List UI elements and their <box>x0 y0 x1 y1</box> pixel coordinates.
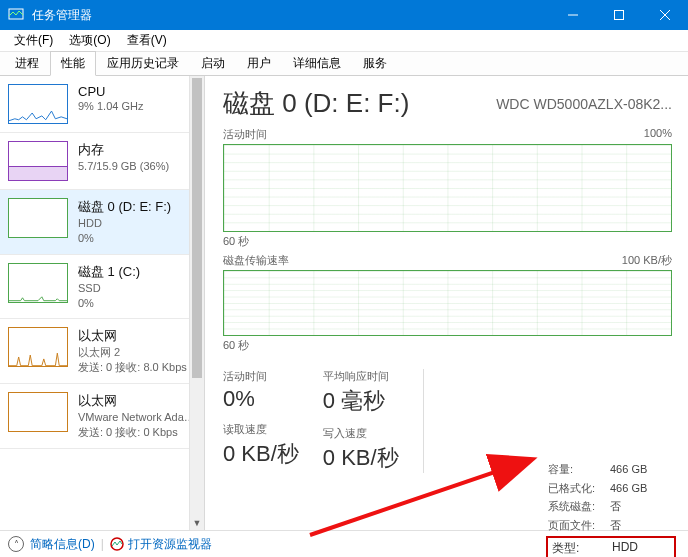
info-formatted-v: 466 GB <box>610 479 672 498</box>
detail-pane: 磁盘 0 (D: E: F:) WDC WD5000AZLX-08K2... 活… <box>205 76 688 530</box>
maximize-button[interactable] <box>596 0 642 30</box>
sidebar-eth1-title: 以太网 <box>78 392 198 410</box>
app-icon <box>8 7 24 23</box>
sidebar-scrollbar[interactable]: ▲ ▼ <box>189 76 204 530</box>
transfer-rate-chart <box>223 270 672 336</box>
sidebar-cpu-title: CPU <box>78 84 198 99</box>
chart2-axis-left: 60 秒 <box>223 338 672 353</box>
tab-users[interactable]: 用户 <box>236 51 282 76</box>
scroll-thumb[interactable] <box>192 78 202 378</box>
chart1-max: 100% <box>644 127 672 142</box>
info-formatted-k: 已格式化: <box>548 479 610 498</box>
stats-row: 活动时间 0% 读取速度 0 KB/秒 平均响应时间 0 毫秒 写入速度 0 K… <box>223 369 672 473</box>
brief-info-link[interactable]: 简略信息(D) <box>30 536 95 553</box>
monitor-icon <box>110 537 124 551</box>
sidebar-item-disk0[interactable]: 磁盘 0 (D: E: F:) HDD 0% <box>0 190 204 255</box>
stat-active-label: 活动时间 <box>223 369 299 384</box>
svg-rect-2 <box>615 11 624 20</box>
tab-startup[interactable]: 启动 <box>190 51 236 76</box>
sidebar-eth1-sub2: 发送: 0 接收: 0 Kbps <box>78 425 198 440</box>
sidebar-eth1-sub1: VMware Network Adapter <box>78 410 198 425</box>
tab-app-history[interactable]: 应用历史记录 <box>96 51 190 76</box>
sidebar-item-ethernet1[interactable]: 以太网 VMware Network Adapter 发送: 0 接收: 0 K… <box>0 384 204 449</box>
sidebar-item-cpu[interactable]: CPU 9% 1.04 GHz <box>0 76 204 133</box>
minimize-button[interactable] <box>550 0 596 30</box>
info-system-v: 否 <box>610 497 672 516</box>
info-capacity-v: 466 GB <box>610 460 672 479</box>
window-title: 任务管理器 <box>32 7 550 24</box>
chart2-label: 磁盘传输速率 <box>223 253 289 268</box>
stat-active-value: 0% <box>223 386 299 412</box>
sidebar-item-memory[interactable]: 内存 5.7/15.9 GB (36%) <box>0 133 204 190</box>
stat-write-value: 0 KB/秒 <box>323 443 399 473</box>
info-type-k: 类型: <box>552 540 612 557</box>
stat-resp-value: 0 毫秒 <box>323 386 399 416</box>
sidebar-item-ethernet0[interactable]: 以太网 以太网 2 发送: 0 接收: 8.0 Kbps <box>0 319 204 384</box>
sidebar-eth0-title: 以太网 <box>78 327 198 345</box>
chart1-label: 活动时间 <box>223 127 267 142</box>
scroll-down-icon[interactable]: ▼ <box>190 515 204 530</box>
sidebar-disk1-sub1: SSD <box>78 281 198 296</box>
info-pagefile-k: 页面文件: <box>548 516 610 535</box>
sidebar-eth0-sub2: 发送: 0 接收: 8.0 Kbps <box>78 360 198 375</box>
stat-read-label: 读取速度 <box>223 422 299 437</box>
stat-write-label: 写入速度 <box>323 426 399 441</box>
svg-point-5 <box>111 538 123 550</box>
menu-file[interactable]: 文件(F) <box>6 30 61 51</box>
performance-sidebar: CPU 9% 1.04 GHz 内存 5.7/15.9 GB (36%) 磁盘 … <box>0 76 205 530</box>
tab-services[interactable]: 服务 <box>352 51 398 76</box>
ethernet1-thumbnail <box>8 392 68 432</box>
active-time-chart <box>223 144 672 232</box>
stat-read-value: 0 KB/秒 <box>223 439 299 469</box>
sidebar-memory-sub: 5.7/15.9 GB (36%) <box>78 159 198 174</box>
info-type-v: HDD <box>612 540 670 557</box>
sidebar-cpu-sub: 9% 1.04 GHz <box>78 99 198 114</box>
sidebar-disk1-sub2: 0% <box>78 296 198 311</box>
menu-bar: 文件(F) 选项(O) 查看(V) <box>0 30 688 52</box>
info-system-k: 系统磁盘: <box>548 497 610 516</box>
disk0-thumbnail <box>8 198 68 238</box>
stat-divider <box>423 369 424 473</box>
content-area: CPU 9% 1.04 GHz 内存 5.7/15.9 GB (36%) 磁盘 … <box>0 76 688 530</box>
menu-view[interactable]: 查看(V) <box>119 30 175 51</box>
tab-bar: 进程 性能 应用历史记录 启动 用户 详细信息 服务 <box>0 52 688 76</box>
sidebar-disk0-sub2: 0% <box>78 231 198 246</box>
sidebar-disk0-title: 磁盘 0 (D: E: F:) <box>78 198 198 216</box>
chart1-axis-left: 60 秒 <box>223 234 672 249</box>
memory-thumbnail <box>8 141 68 181</box>
collapse-icon[interactable]: ˄ <box>8 536 24 552</box>
title-bar: 任务管理器 <box>0 0 688 30</box>
disk1-thumbnail <box>8 263 68 303</box>
sidebar-memory-title: 内存 <box>78 141 198 159</box>
sidebar-disk0-sub1: HDD <box>78 216 198 231</box>
tab-processes[interactable]: 进程 <box>4 51 50 76</box>
close-button[interactable] <box>642 0 688 30</box>
resource-monitor-link[interactable]: 打开资源监视器 <box>110 536 212 553</box>
info-pagefile-v: 否 <box>610 516 672 535</box>
ethernet0-thumbnail <box>8 327 68 367</box>
disk-type-highlight: 类型: HDD <box>546 536 676 557</box>
sidebar-disk1-title: 磁盘 1 (C:) <box>78 263 198 281</box>
info-capacity-k: 容量: <box>548 460 610 479</box>
tab-details[interactable]: 详细信息 <box>282 51 352 76</box>
menu-options[interactable]: 选项(O) <box>61 30 118 51</box>
cpu-thumbnail <box>8 84 68 124</box>
stat-resp-label: 平均响应时间 <box>323 369 399 384</box>
disk-info-table: 容量:466 GB 已格式化:466 GB 系统磁盘:否 页面文件:否 <box>548 460 672 535</box>
sidebar-item-disk1[interactable]: 磁盘 1 (C:) SSD 0% <box>0 255 204 320</box>
sidebar-eth0-sub1: 以太网 2 <box>78 345 198 360</box>
detail-heading: 磁盘 0 (D: E: F:) <box>223 86 409 121</box>
disk-model: WDC WD5000AZLX-08K2... <box>496 96 672 112</box>
chart2-max: 100 KB/秒 <box>622 253 672 268</box>
tab-performance[interactable]: 性能 <box>50 51 96 76</box>
